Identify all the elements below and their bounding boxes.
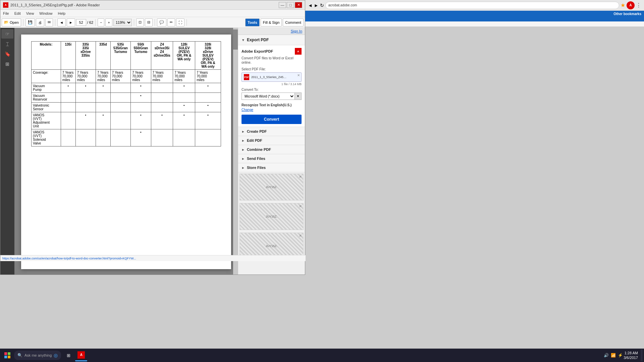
ocr-change-link[interactable]: Change — [241, 108, 253, 112]
next-page-button[interactable]: ► — [67, 18, 75, 26]
select-arrow-icon[interactable]: ▼ — [295, 93, 302, 100]
browser-menu-icon[interactable]: ⋮ — [636, 2, 641, 8]
ad-close-3[interactable]: ✕ — [299, 234, 302, 238]
store-files-arrow-icon: ► — [241, 166, 245, 170]
maximize-button[interactable]: □ — [287, 2, 294, 8]
combine-pdf-title: Combine PDF — [247, 147, 302, 152]
print-preview-button[interactable]: 🖨 — [36, 18, 44, 26]
select-pdf-label: Select PDF File: — [241, 67, 302, 71]
convert-button[interactable]: Convert — [241, 115, 302, 124]
coverage-535: 7 Years70,000miles — [110, 70, 130, 83]
minimize-button[interactable]: — — [279, 2, 286, 8]
row-vacuum-reservoir-z4 — [151, 93, 173, 103]
row-vanos-sol-135i — [61, 129, 75, 146]
taskbar: 🔍 Ask me anything ◎ ⊞ A 🔊 📶 ⚡ 1:28 AM 3/… — [0, 349, 644, 362]
comment-toolbar-button[interactable]: Comment — [283, 18, 304, 26]
ocr-row: Recognize Text in English(U.S.) Change — [241, 103, 302, 112]
tool-bookmark[interactable]: 🔖 — [1, 49, 13, 59]
row-vacuum-pump-550: • — [131, 83, 151, 93]
cortana-search[interactable]: 🔍 Ask me anything ◎ — [14, 351, 61, 360]
table-header-328: 328i328ixDriveSULEV(PZEV)OR, PA &WA only — [195, 42, 221, 70]
coverage-328: 7 Years70,000miles — [195, 70, 221, 83]
comment-button[interactable]: 💬 — [157, 18, 166, 26]
show-desktop-button[interactable] — [641, 349, 643, 361]
row-valvetronic-135i — [61, 103, 75, 112]
menu-edit[interactable]: Edit — [12, 11, 23, 16]
tool-hand[interactable]: ☞ — [1, 29, 13, 39]
browser-refresh-button[interactable]: ↻ — [320, 3, 324, 8]
menu-view[interactable]: View — [23, 11, 37, 16]
pdf-scrollbar[interactable] — [233, 28, 238, 275]
row-vacuum-pump-335: • — [75, 83, 96, 93]
row-vacuum-pump-535 — [110, 83, 130, 93]
row-vanos-sol-label: VANOS(VVT)SolenoidValve — [32, 129, 61, 146]
coverage-z4: 7 Years70,000miles — [151, 70, 173, 83]
ad-panel-1: ✕ JUY15Z. — [239, 174, 304, 200]
prev-page-button[interactable]: ◄ — [57, 18, 66, 26]
tool-pages[interactable]: ⊞ — [1, 59, 13, 69]
pdf-app-icon: A — [77, 351, 85, 359]
bookmark-star-icon[interactable]: ★ — [621, 2, 625, 8]
ad-panel-2: ✕ JUY15Z. — [239, 203, 304, 230]
open-icon: 📂 — [4, 20, 9, 24]
fit-page-button[interactable]: ⊡ — [136, 18, 144, 26]
adobe-profile-icon[interactable]: A — [627, 1, 635, 9]
save-button[interactable]: 💾 — [25, 18, 35, 26]
create-pdf-item[interactable]: ► Create PDF — [238, 127, 305, 136]
email-button[interactable]: ✉ — [45, 18, 53, 26]
row-vanos-sol-535 — [110, 129, 130, 146]
zoom-in-button[interactable]: + — [105, 18, 112, 26]
menu-help[interactable]: Help — [55, 11, 68, 16]
row-valvetronic-z4 — [151, 103, 173, 112]
tray-icon-2: 📶 — [611, 353, 616, 358]
fullscreen-button[interactable]: ⛶ — [176, 18, 184, 26]
menu-file[interactable]: File — [0, 11, 12, 16]
taskbar-pdf-app[interactable]: A — [75, 349, 87, 361]
file-remove-icon[interactable]: ✕ — [297, 73, 300, 77]
task-view-icon: ⊞ — [67, 353, 70, 358]
row-vanos-sol-335 — [75, 129, 96, 146]
taskbar-task-view[interactable]: ⊞ — [62, 349, 74, 361]
export-pdf-header[interactable]: ▼ Export PDF — [238, 35, 305, 45]
row-valvetronic-335d — [96, 103, 110, 112]
table-header-models: Models: — [32, 42, 61, 70]
row-vacuum-pump-328: • — [195, 83, 221, 93]
fit-width-button[interactable]: ⊟ — [145, 18, 153, 26]
coverage-135i: 7 Years70,000miles — [61, 70, 75, 83]
row-vacuum-pump-label: VacuumPump — [32, 83, 61, 93]
create-pdf-title: Create PDF — [247, 129, 302, 133]
menu-window[interactable]: Window — [37, 11, 55, 16]
browser-forward-button[interactable]: ► — [314, 3, 319, 8]
page-number-input[interactable] — [76, 19, 86, 26]
ad-close-1[interactable]: ✕ — [299, 175, 302, 179]
store-files-item[interactable]: ► Store Files — [238, 163, 305, 172]
sign-in-link[interactable]: Sign In — [291, 29, 302, 33]
fill-sign-button[interactable]: Fill & Sign — [261, 18, 282, 26]
row-vanos-sol-z4 — [151, 129, 173, 146]
open-button[interactable]: 📂 Open — [2, 18, 21, 26]
row-vanos-adj-335: • — [75, 112, 96, 129]
close-button[interactable]: ✕ — [295, 2, 302, 8]
browser-back-button[interactable]: ◄ — [308, 3, 313, 8]
table-header-535: 535i535iGranTurismo — [110, 42, 130, 70]
pdf-scroll[interactable]: Models: 135i 335i335ixDrive335is 335d 53… — [14, 28, 238, 275]
ad-close-2[interactable]: ✕ — [299, 204, 302, 208]
zoom-select[interactable]: 119% 100% 150% — [113, 19, 132, 26]
zoom-out-button[interactable]: − — [98, 18, 104, 26]
edit-pdf-item[interactable]: ► Edit PDF — [238, 136, 305, 145]
convert-to-select[interactable]: Microsoft Word (*.docx) — [241, 93, 295, 100]
export-description: Convert PDF files to Word or Excel onlin… — [241, 56, 302, 65]
pdf-table: Models: 135i 335i335ixDrive335is 335d 53… — [31, 41, 221, 146]
tool-select[interactable]: ⌶ — [1, 39, 13, 49]
start-button[interactable] — [1, 349, 13, 361]
tools-button[interactable]: Tools — [245, 18, 260, 26]
address-bar[interactable]: acrobat.adobe.com — [325, 2, 619, 9]
row-vacuum-reservoir-328 — [195, 93, 221, 103]
markup-button[interactable]: ✏ — [167, 18, 175, 26]
send-files-item[interactable]: ► Send Files — [238, 154, 305, 163]
coverage-550: 7 Years70,000miles — [131, 70, 151, 83]
combine-pdf-item[interactable]: ► Combine PDF — [238, 145, 305, 154]
selected-file-item: PDF 2011_1_3_5Series_Z45Eng1st... ✕ — [241, 72, 302, 82]
pdf-scrollbar-thumb[interactable] — [233, 29, 238, 50]
row-vacuum-pump-128: • — [173, 83, 195, 93]
